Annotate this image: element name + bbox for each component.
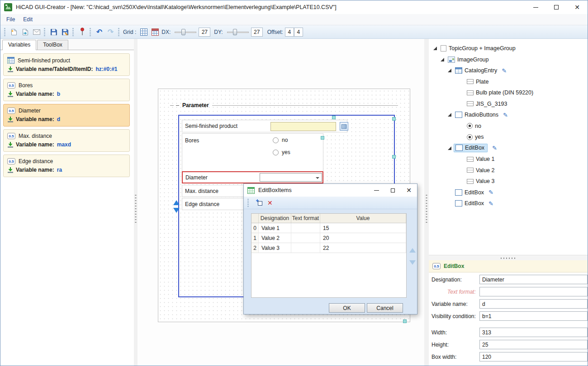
expander-icon[interactable]	[448, 113, 455, 117]
delete-row-button[interactable]: ✕	[267, 200, 273, 206]
designation-cell[interactable]: Value 3	[259, 243, 291, 253]
toolbar-grip[interactable]	[247, 199, 249, 207]
left-splitter[interactable]	[134, 39, 138, 366]
variable-name-field[interactable]	[479, 299, 588, 309]
undo-button[interactable]: ↶	[94, 27, 105, 38]
catalog-browse-button[interactable]	[340, 122, 348, 131]
selection-handle[interactable]	[332, 116, 336, 119]
tree-item-radio-no[interactable]: no	[429, 121, 588, 132]
width-field[interactable]	[479, 328, 588, 337]
tab-variables[interactable]: Variables	[2, 40, 36, 50]
minimize-button[interactable]	[525, 0, 546, 14]
grid-toggle-button[interactable]	[138, 27, 149, 38]
tree-item-value1[interactable]: Value 1	[429, 154, 588, 165]
text-format-cell[interactable]	[291, 243, 320, 253]
design-canvas[interactable]: Parameter Semi-finished product Bores no	[138, 39, 424, 366]
new-file-button[interactable]	[8, 27, 19, 38]
bores-row[interactable]: Bores no yes	[182, 133, 323, 172]
radio-option-yes[interactable]: yes	[273, 149, 290, 155]
tree-item-value3[interactable]: Value 3	[429, 176, 588, 187]
tree-item-radiobuttons[interactable]: RadioButtons ✎	[429, 109, 588, 121]
text-format-field[interactable]	[479, 287, 588, 296]
designation-cell[interactable]: Value 2	[259, 233, 291, 243]
tree-item-topicgroup[interactable]: TopicGroup + ImageGroup	[429, 43, 588, 54]
selected-tree-item[interactable]: EditBox	[454, 144, 488, 152]
tree-item-imagegroup[interactable]: ImageGroup	[429, 54, 588, 66]
value-cell[interactable]: 22	[320, 243, 406, 253]
collapse-icon[interactable]	[176, 105, 179, 106]
offset-x-box[interactable]: 4	[285, 28, 294, 37]
splitter-grip[interactable]	[426, 195, 427, 223]
column-header[interactable]: Value	[320, 214, 406, 223]
toolbar-grip[interactable]	[90, 28, 91, 36]
open-file-button[interactable]	[19, 27, 31, 38]
items-table[interactable]: Designation Text format Value 0 Value 1 …	[251, 213, 407, 298]
selection-handle[interactable]	[392, 155, 396, 159]
column-header[interactable]: Designation	[259, 214, 291, 223]
splitter-grip[interactable]	[501, 258, 516, 259]
edit-pencil-icon[interactable]: ✎	[488, 201, 493, 206]
selection-handle[interactable]	[392, 117, 396, 121]
dialog-maximize-button[interactable]	[384, 184, 401, 197]
radio-icon[interactable]	[273, 137, 279, 143]
dy-slider-thumb[interactable]	[233, 29, 237, 35]
visibility-condition-field[interactable]	[479, 311, 588, 321]
tree-item-value2[interactable]: Value 2	[429, 165, 588, 176]
table-row[interactable]: 2 Value 3 22	[251, 243, 406, 253]
tree-item-bulb-plate[interactable]: Bulb plate (DIN 59220)	[429, 87, 588, 99]
snap-grid-button[interactable]	[149, 27, 161, 38]
dy-slider[interactable]	[227, 28, 249, 36]
value-cell[interactable]: 15	[320, 223, 406, 233]
dy-value-box[interactable]: 27	[251, 28, 263, 37]
height-field[interactable]	[479, 340, 588, 349]
semi-finished-product-input[interactable]	[270, 122, 336, 131]
dx-value-box[interactable]: 27	[199, 28, 210, 37]
save-as-button[interactable]	[59, 27, 71, 38]
semi-finished-product-row[interactable]: Semi-finished product	[182, 120, 347, 132]
diameter-combobox[interactable]	[260, 173, 322, 182]
radio-option-no[interactable]: no	[273, 137, 288, 143]
table-row[interactable]: 0 Value 1 15	[251, 223, 406, 233]
designation-cell[interactable]: Value 1	[259, 223, 291, 233]
box-width-field[interactable]	[479, 352, 588, 361]
expander-icon[interactable]	[448, 69, 455, 72]
maximize-button[interactable]	[546, 0, 567, 14]
edit-pencil-icon[interactable]: ✎	[488, 189, 493, 195]
dx-slider[interactable]	[175, 28, 196, 36]
scroll-down-icon[interactable]	[409, 260, 416, 265]
expander-icon[interactable]	[441, 58, 448, 61]
tree-item-editbox-3[interactable]: EditBox ✎	[429, 198, 588, 209]
radio-icon[interactable]	[273, 150, 279, 155]
designation-field[interactable]	[479, 275, 588, 284]
toolbar-grip[interactable]	[118, 28, 119, 36]
edit-pencil-icon[interactable]: ✎	[502, 68, 507, 74]
tree-item-catalogentry[interactable]: CatalogEntry ✎	[429, 65, 588, 76]
dx-slider-thumb[interactable]	[181, 29, 185, 35]
table-row[interactable]: 1 Value 2 20	[251, 233, 406, 243]
value-cell[interactable]: 20	[320, 233, 406, 243]
dialog-minimize-button[interactable]	[368, 184, 384, 197]
text-format-cell[interactable]	[291, 233, 320, 243]
tree-item-editbox-selected[interactable]: EditBox ✎	[429, 143, 588, 154]
close-button[interactable]: ✕	[567, 0, 588, 14]
variable-card-bores[interactable]: 0.5 Bores Variable name: b	[3, 79, 130, 101]
toolbar-grip[interactable]	[4, 28, 5, 36]
scroll-up-icon[interactable]	[409, 248, 416, 253]
add-row-button[interactable]	[256, 199, 263, 206]
save-button[interactable]	[48, 27, 59, 38]
selection-handle[interactable]	[321, 136, 324, 140]
offset-y-box[interactable]: 4	[294, 28, 303, 37]
expander-icon[interactable]	[433, 47, 441, 50]
tree-item-editbox-2[interactable]: EditBox ✎	[429, 187, 588, 198]
diameter-row-selected[interactable]: Diameter	[182, 171, 323, 183]
move-down-arrow[interactable]	[173, 208, 180, 213]
variable-card-max-distance[interactable]: 0.5 Max. distance Variable name: maxd	[3, 129, 130, 152]
redo-button[interactable]: ↷	[105, 27, 116, 38]
email-button[interactable]	[31, 27, 42, 38]
variable-card-diameter[interactable]: 0.5 Diameter Variable name: d	[3, 104, 130, 127]
toolbar-grip[interactable]	[72, 28, 74, 36]
splitter-grip[interactable]	[135, 195, 137, 223]
right-splitter[interactable]	[424, 39, 429, 366]
text-format-cell[interactable]	[291, 223, 320, 233]
variable-card-semi-finished-product[interactable]: Semi-finished product Variable name/Tabl…	[3, 53, 130, 76]
